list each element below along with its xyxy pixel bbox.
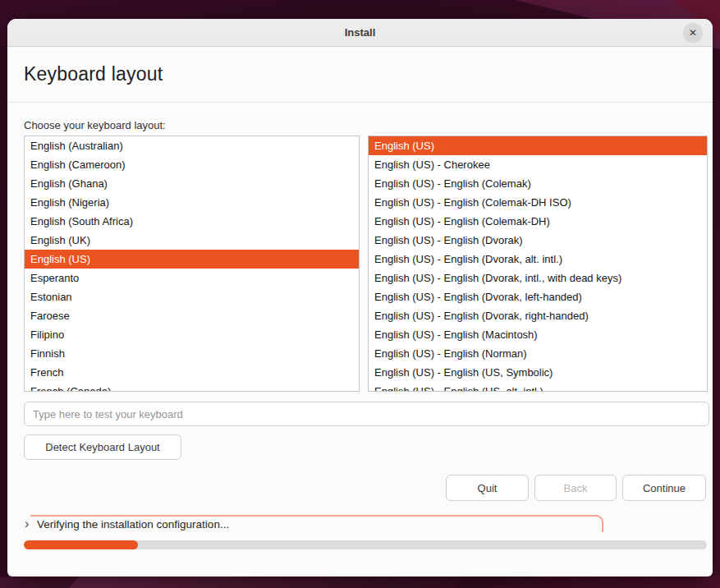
- list-item[interactable]: French: [25, 363, 359, 382]
- close-button[interactable]: ✕: [683, 23, 703, 43]
- list-item[interactable]: English (US) - English (Colemak-DH): [369, 212, 707, 231]
- list-item[interactable]: English (US) - English (US, alt. intl.): [369, 382, 707, 392]
- list-item[interactable]: English (US) - English (Dvorak, right-ha…: [369, 306, 707, 325]
- list-item[interactable]: English (US) - English (Dvorak, alt. int…: [369, 250, 707, 269]
- list-item[interactable]: English (US) - English (Dvorak, intl., w…: [369, 269, 707, 287]
- page-header: Keyboard layout: [7, 47, 713, 103]
- list-item[interactable]: English (US) - English (Macintosh): [369, 325, 707, 344]
- close-icon: ✕: [689, 27, 697, 39]
- list-item[interactable]: Esperanto: [25, 269, 359, 287]
- progress-bar-fill: [24, 540, 138, 549]
- list-item[interactable]: French (Canada): [25, 382, 359, 392]
- list-item[interactable]: English (Australian): [25, 136, 359, 155]
- keyboard-test-input[interactable]: [24, 402, 709, 426]
- back-button-label: Back: [564, 482, 588, 494]
- page-content: Choose your keyboard layout: English (Au…: [7, 103, 713, 577]
- back-button[interactable]: Back: [534, 475, 617, 501]
- page-title: Keyboard layout: [24, 63, 163, 85]
- list-item[interactable]: English (US) - English (Colemak-DH ISO): [369, 193, 707, 212]
- list-item[interactable]: Estonian: [25, 287, 359, 306]
- continue-button[interactable]: Continue: [622, 475, 706, 501]
- list-item[interactable]: English (US) - English (Dvorak, left-han…: [369, 287, 707, 306]
- list-item[interactable]: English (US) - English (Norman): [369, 344, 707, 363]
- quit-button-label: Quit: [478, 482, 498, 494]
- quit-button[interactable]: Quit: [446, 475, 529, 501]
- list-item[interactable]: English (South Africa): [25, 212, 359, 231]
- expander-chevron-icon[interactable]: ›: [25, 518, 29, 530]
- list-item[interactable]: Filipino: [25, 325, 359, 344]
- status-message: Verifying the installation configuration…: [37, 518, 229, 531]
- wallpaper-bottom-band: [69, 577, 465, 588]
- list-item[interactable]: English (UK): [25, 231, 359, 250]
- list-item[interactable]: English (Cameroon): [25, 155, 359, 174]
- progress-bar: [24, 540, 707, 549]
- list-item[interactable]: English (US) - Cherokee: [369, 155, 707, 174]
- list-item[interactable]: English (US): [25, 250, 359, 269]
- detect-keyboard-layout-button[interactable]: Detect Keyboard Layout: [24, 434, 181, 460]
- list-item[interactable]: Finnish: [25, 344, 359, 363]
- variant-list[interactable]: English (US)English (US) - CherokeeEngli…: [368, 136, 708, 392]
- language-list[interactable]: English (Australian)English (Cameroon)En…: [24, 136, 360, 392]
- list-item[interactable]: English (Nigeria): [25, 193, 359, 212]
- list-item[interactable]: English (US): [369, 136, 707, 155]
- window-title: Install: [345, 26, 376, 39]
- choose-layout-label: Choose your keyboard layout:: [24, 119, 166, 131]
- list-item[interactable]: English (Ghana): [25, 174, 359, 193]
- list-item[interactable]: English (US) - English (Colemak): [369, 174, 707, 193]
- list-item[interactable]: Faroese: [25, 306, 359, 325]
- list-item[interactable]: English (US) - English (US, Symbolic): [369, 363, 707, 382]
- list-item[interactable]: English (US) - English (Dvorak): [369, 231, 707, 250]
- titlebar: Install ✕: [7, 19, 713, 47]
- continue-button-label: Continue: [643, 482, 686, 494]
- installer-window: Install ✕ Keyboard layout Choose your ke…: [7, 19, 713, 577]
- detect-button-label: Detect Keyboard Layout: [45, 441, 159, 453]
